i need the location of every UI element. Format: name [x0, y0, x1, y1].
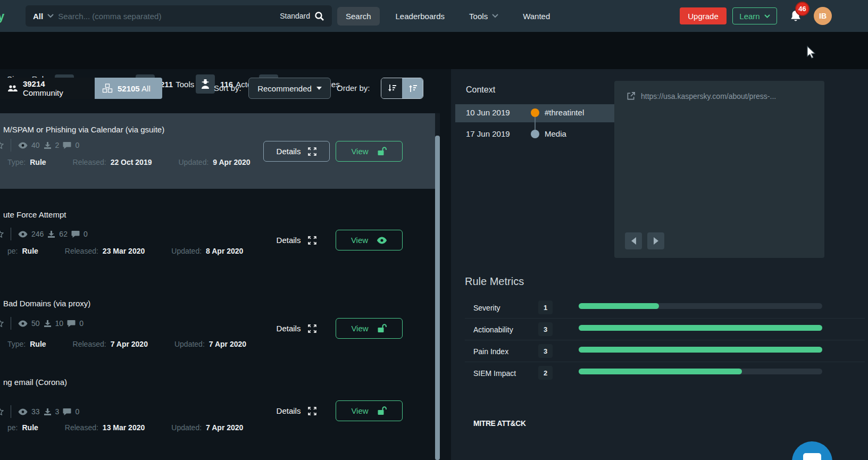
chat-icon	[803, 453, 821, 460]
rule-stats: 246 62 0	[0, 228, 88, 240]
rule-title[interactable]: Bad Domains (via proxy)	[3, 299, 90, 308]
details-button[interactable]: Details	[263, 230, 330, 250]
star-icon[interactable]	[0, 319, 4, 328]
details-button[interactable]: Details	[263, 400, 330, 421]
star-icon[interactable]	[0, 407, 4, 416]
rule-title[interactable]: ng email (Corona)	[3, 378, 67, 387]
downloads-icon	[44, 408, 52, 416]
metric-bar-fill	[579, 369, 742, 374]
view-button[interactable]: View	[336, 400, 403, 421]
rule-title[interactable]: ute Force Attempt	[3, 210, 66, 219]
details-button[interactable]: Details	[263, 318, 330, 339]
context-source-link[interactable]: https://usa.kaspersky.com/about/press-..…	[627, 91, 776, 101]
downloads-icon	[44, 141, 52, 149]
preview-next-button[interactable]	[647, 232, 664, 249]
sort-asc-icon	[408, 83, 418, 93]
mitre-attack-title: MITRE ATT&CK	[473, 419, 526, 428]
search-scope-dropdown[interactable]: All	[33, 12, 43, 21]
comments-icon	[71, 230, 80, 238]
avatar[interactable]: IB	[814, 7, 832, 25]
rule-row[interactable]: ng email (Corona) 33 3 0 pe:Rule Release…	[0, 372, 435, 460]
sort-ascending-button[interactable]	[402, 78, 423, 98]
nav-tools[interactable]: Tools	[461, 7, 507, 26]
learn-button[interactable]: Learn	[732, 7, 777, 24]
timeline-label[interactable]: #threatintel	[545, 108, 584, 117]
views-eye-icon	[18, 231, 28, 238]
main-nav: Search Leaderboards Tools Wanted	[337, 5, 558, 27]
chevron-down-icon	[764, 14, 770, 18]
expand-icon	[308, 147, 316, 156]
tab-community[interactable]: 39214 Community	[0, 78, 95, 99]
rule-row[interactable]: ute Force Attempt 246 62 0 pe:Rule Relea…	[0, 206, 435, 295]
external-link-icon	[627, 91, 636, 101]
metric-value-badge: 1	[538, 300, 553, 314]
divider	[11, 317, 11, 330]
logo-partial: y	[0, 10, 4, 23]
context-preview-card: https://usa.kaspersky.com/about/press-..…	[614, 81, 824, 258]
notification-count-badge[interactable]: 46	[795, 2, 809, 16]
rule-stats: 40 2 0	[0, 139, 79, 152]
metric-label: SIEM Impact	[473, 369, 516, 378]
detail-panel: Context 10 Jun 2019 #threatintel 17 Jun …	[451, 69, 868, 460]
chevron-down-icon	[492, 14, 498, 18]
search-bar[interactable]: All Standard	[26, 5, 332, 27]
timeline-dot-orange[interactable]	[531, 108, 539, 117]
metric-value-badge: 3	[538, 344, 553, 358]
timeline-label[interactable]: Media	[545, 129, 566, 138]
metric-bar-fill	[579, 325, 822, 331]
top-bar: y All Standard Search Leaderboards Tools…	[0, 0, 868, 32]
view-button[interactable]: View	[336, 141, 403, 162]
rule-row[interactable]: M/SPAM or Phishing via Calendar (via gsu…	[0, 113, 435, 189]
metric-bar-fill	[579, 303, 659, 309]
rule-stats: 33 3 0	[0, 405, 79, 418]
metric-value-badge: 3	[538, 322, 553, 336]
unlock-icon	[377, 324, 387, 333]
expand-icon	[308, 324, 316, 333]
divider	[465, 318, 865, 319]
sort-desc-icon	[387, 83, 397, 93]
metric-bar	[579, 369, 822, 374]
divider	[11, 228, 11, 240]
preview-prev-button[interactable]	[625, 232, 642, 249]
search-icon[interactable]	[314, 11, 324, 21]
expand-icon	[308, 407, 316, 415]
metric-label: Severity	[473, 304, 500, 312]
views-eye-icon	[18, 142, 28, 149]
nav-leaderboards[interactable]: Leaderboards	[387, 7, 454, 26]
view-button[interactable]: View	[336, 230, 403, 250]
star-icon[interactable]	[0, 230, 4, 238]
upgrade-button[interactable]: Upgrade	[680, 7, 727, 24]
stats-bar: Sigma Rules LOG 275Log Sources 211Tools …	[0, 32, 868, 69]
timeline-dot-slate[interactable]	[531, 130, 539, 138]
comments-icon	[63, 408, 71, 416]
divider	[465, 362, 865, 362]
metric-bar-fill	[579, 347, 822, 353]
nav-wanted[interactable]: Wanted	[514, 7, 558, 26]
divider	[11, 405, 11, 418]
nav-search[interactable]: Search	[337, 7, 380, 26]
unlock-icon	[377, 147, 387, 156]
comments-icon	[63, 141, 71, 149]
star-icon[interactable]	[0, 141, 4, 149]
rule-title[interactable]: M/SPAM or Phishing via Calendar (via gsu…	[3, 125, 164, 134]
search-input[interactable]	[58, 12, 276, 21]
scrollbar-thumb[interactable]	[435, 136, 440, 460]
rule-row[interactable]: Bad Domains (via proxy) 50 10 0 Type:Rul…	[0, 295, 435, 384]
sort-dropdown[interactable]: Recommended	[248, 78, 331, 99]
caret-down-icon	[316, 87, 322, 90]
view-eye-icon	[377, 237, 387, 244]
mouse-cursor	[806, 46, 818, 58]
sort-descending-button[interactable]	[381, 78, 402, 98]
views-eye-icon	[18, 320, 28, 327]
view-button[interactable]: View	[336, 318, 403, 339]
context-title: Context	[466, 85, 495, 95]
rule-metrics-title: Rule Metrics	[465, 275, 524, 288]
views-eye-icon	[18, 408, 28, 415]
search-mode-label[interactable]: Standard	[280, 12, 310, 20]
tab-all[interactable]: 52105 All	[95, 78, 162, 99]
order-by-label: Order by:	[337, 83, 370, 93]
details-button[interactable]: Details	[263, 141, 330, 162]
rule-meta: pe:Rule Released:23 Mar 2020 Updated:8 A…	[7, 247, 243, 255]
cubes-icon	[102, 83, 113, 93]
chevron-down-icon[interactable]	[47, 14, 54, 18]
